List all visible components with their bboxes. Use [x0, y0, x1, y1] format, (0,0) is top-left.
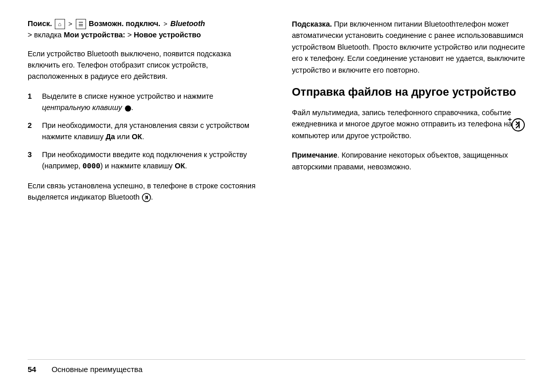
list-item: 3 При необходимости введите код подключе…	[28, 149, 261, 172]
breadcrumb-new: Новое устройство	[134, 31, 201, 39]
note-block: Примечание. Копирование некоторых объект…	[292, 149, 525, 172]
closing-paragraph: Если связь установлена успешно, в телефо…	[28, 180, 261, 203]
footer-page-number: 54	[28, 365, 36, 374]
arrow-2: >	[163, 20, 167, 28]
svg-point-2	[512, 119, 524, 131]
step-number-1: 1	[28, 91, 36, 114]
footer: 54 Основные преимущества	[28, 359, 525, 374]
section-body: Файл мультимедиа, запись телефонного спр…	[292, 107, 525, 141]
intro-paragraph: Если устройство Bluetooth выключено, поя…	[28, 48, 261, 82]
content-area: Поиск. ⌂ > ☰ Возможн. подключ. > Bluetoo…	[28, 18, 525, 354]
center-dot-icon	[125, 105, 131, 112]
ok-text-2: ОК	[132, 133, 142, 141]
bluetooth-indicator-icon	[142, 193, 151, 202]
tip-label: Подсказка.	[292, 20, 332, 28]
right-column: Подсказка. При включенном питании Blueto…	[287, 18, 525, 354]
step-number-2: 2	[28, 120, 36, 143]
section-body-text: Файл мультимедиа, запись телефонного спр…	[292, 108, 512, 140]
steps-list: 1 Выделите в списке нужное устройство и …	[28, 91, 261, 172]
step-3-content: При необходимости введите код подключени…	[42, 149, 261, 172]
italic-text: центральную клавишу	[42, 103, 122, 112]
breadcrumb: Поиск. ⌂ > ☰ Возможн. подключ. > Bluetoo…	[28, 18, 261, 41]
breadcrumb-arrow3: > вкладка	[28, 31, 63, 39]
step-number-3: 3	[28, 149, 36, 172]
home-icon: ⌂	[55, 19, 65, 29]
breadcrumb-poisk: Поиск.	[28, 19, 52, 28]
left-column: Поиск. ⌂ > ☰ Возможн. подключ. > Bluetoo…	[28, 18, 266, 354]
step-2-content: При необходимости, для установления связ…	[42, 120, 261, 143]
breadcrumb-moi: Мои устройства:	[63, 31, 125, 39]
tip-block: Подсказка. При включенном питании Blueto…	[292, 18, 525, 76]
list-item: 1 Выделите в списке нужное устройство и …	[28, 91, 261, 114]
note-label: Примечание	[292, 151, 337, 159]
page-container: Поиск. ⌂ > ☰ Возможн. подключ. > Bluetoo…	[0, 0, 553, 392]
menu-icon: ☰	[76, 19, 86, 29]
breadcrumb-arrow4: >	[127, 31, 134, 39]
footer-label: Основные преимущества	[52, 365, 143, 374]
da-text: Да	[105, 133, 115, 141]
arrow-1: >	[69, 20, 73, 28]
breadcrumb-bluetooth: Bluetooth	[171, 19, 205, 28]
step-1-content: Выделите в списке нужное устройство и на…	[42, 91, 261, 114]
ok-text-3: ОК	[175, 162, 185, 170]
breadcrumb-vozmozh: Возможн. подключ.	[89, 19, 160, 28]
list-item: 2 При необходимости, для установления св…	[28, 120, 261, 143]
section-heading: Отправка файлов на другое устройство	[292, 85, 525, 100]
svg-point-0	[142, 193, 151, 202]
pin-code: 0000	[82, 162, 100, 170]
